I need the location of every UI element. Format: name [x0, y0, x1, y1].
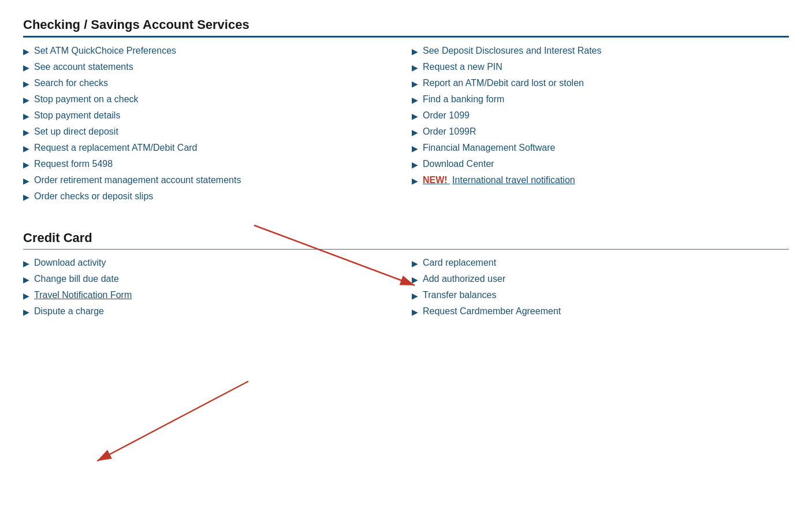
bullet-icon: ▶	[23, 160, 29, 169]
bullet-icon: ▶	[412, 79, 418, 88]
bullet-icon: ▶	[412, 176, 418, 185]
list-item[interactable]: ▶Set ATM QuickChoice Preferences	[23, 46, 400, 56]
list-item[interactable]: ▶Change bill due date	[23, 274, 400, 284]
bullet-icon: ▶	[23, 176, 29, 185]
credit-left-col: ▶Download activity▶Change bill due date▶…	[23, 258, 412, 322]
credit-columns: ▶Download activity▶Change bill due date▶…	[23, 258, 789, 322]
list-item[interactable]: ▶Request Cardmember Agreement	[412, 306, 789, 317]
credit-section: Credit Card ▶Download activity▶Change bi…	[23, 230, 789, 322]
bullet-icon: ▶	[23, 192, 29, 202]
link-text[interactable]: Change bill due date	[34, 274, 119, 284]
bullet-icon: ▶	[412, 291, 418, 300]
list-item[interactable]: ▶See Deposit Disclosures and Interest Ra…	[412, 46, 789, 56]
bullet-icon: ▶	[23, 111, 29, 121]
list-item[interactable]: ▶Transfer balances	[412, 290, 789, 300]
link-text[interactable]: Order 1099	[423, 110, 470, 121]
link-text[interactable]: See Deposit Disclosures and Interest Rat…	[423, 46, 601, 56]
link-text[interactable]: NEW! International travel notification	[423, 175, 575, 185]
link-text[interactable]: Travel Notification Form	[34, 290, 132, 300]
list-item[interactable]: ▶Search for checks	[23, 78, 400, 88]
list-item[interactable]: ▶Set up direct deposit	[23, 127, 400, 137]
bullet-icon: ▶	[23, 275, 29, 284]
list-item[interactable]: ▶Request form 5498	[23, 159, 400, 169]
list-item[interactable]: ▶Find a banking form	[412, 94, 789, 105]
bullet-icon: ▶	[412, 63, 418, 72]
list-item[interactable]: ▶Financial Management Software	[412, 143, 789, 153]
link-text[interactable]: Order 1099R	[423, 127, 476, 137]
link-text[interactable]: Download Center	[423, 159, 494, 169]
list-item[interactable]: ▶Order checks or deposit slips	[23, 191, 400, 202]
list-item[interactable]: ▶Dispute a charge	[23, 306, 400, 317]
bullet-icon: ▶	[23, 259, 29, 268]
bullet-icon: ▶	[412, 128, 418, 137]
checking-right-col: ▶See Deposit Disclosures and Interest Ra…	[412, 46, 789, 207]
list-item[interactable]: ▶Request a new PIN	[412, 62, 789, 72]
checking-section-title: Checking / Savings Account Services	[23, 17, 789, 38]
list-item[interactable]: ▶Stop payment on a check	[23, 94, 400, 105]
link-text[interactable]: See account statements	[34, 62, 133, 72]
new-badge: NEW!	[423, 175, 450, 185]
checking-columns: ▶Set ATM QuickChoice Preferences▶See acc…	[23, 46, 789, 207]
link-text[interactable]: Request a new PIN	[423, 62, 502, 72]
bullet-icon: ▶	[412, 95, 418, 105]
link-text[interactable]: Order retirement management account stat…	[34, 175, 241, 185]
bullet-icon: ▶	[412, 275, 418, 284]
bullet-icon: ▶	[23, 144, 29, 153]
list-item[interactable]: ▶Request a replacement ATM/Debit Card	[23, 143, 400, 153]
list-item[interactable]: ▶See account statements	[23, 62, 400, 72]
list-item[interactable]: ▶Card replacement	[412, 258, 789, 268]
bullet-icon: ▶	[412, 111, 418, 121]
credit-right-col: ▶Card replacement▶Add authorized user▶Tr…	[412, 258, 789, 322]
link-text[interactable]: Add authorized user	[423, 274, 505, 284]
link-text[interactable]: Stop payment details	[34, 110, 120, 121]
link-text[interactable]: Search for checks	[34, 78, 108, 88]
list-item[interactable]: ▶Report an ATM/Debit card lost or stolen	[412, 78, 789, 88]
link-text[interactable]: Set up direct deposit	[34, 127, 118, 137]
link-text[interactable]: Download activity	[34, 258, 106, 268]
bullet-icon: ▶	[23, 47, 29, 56]
link-text[interactable]: Set ATM QuickChoice Preferences	[34, 46, 176, 56]
link-text[interactable]: Report an ATM/Debit card lost or stolen	[423, 78, 584, 88]
bullet-icon: ▶	[23, 63, 29, 72]
bullet-icon: ▶	[412, 47, 418, 56]
list-item[interactable]: ▶Travel Notification Form	[23, 290, 400, 300]
bullet-icon: ▶	[23, 291, 29, 300]
link-text[interactable]: Dispute a charge	[34, 306, 104, 317]
credit-section-title: Credit Card	[23, 230, 789, 250]
checking-section: Checking / Savings Account Services ▶Set…	[23, 17, 789, 207]
link-text[interactable]: Order checks or deposit slips	[34, 191, 153, 202]
list-item[interactable]: ▶Add authorized user	[412, 274, 789, 284]
link-text[interactable]: Request form 5498	[34, 159, 113, 169]
bullet-icon: ▶	[412, 144, 418, 153]
bullet-icon: ▶	[23, 128, 29, 137]
list-item[interactable]: ▶Order 1099	[412, 110, 789, 121]
link-text[interactable]: Financial Management Software	[423, 143, 555, 153]
checking-left-col: ▶Set ATM QuickChoice Preferences▶See acc…	[23, 46, 412, 207]
link-text[interactable]: Request a replacement ATM/Debit Card	[34, 143, 198, 153]
list-item[interactable]: ▶Download activity	[23, 258, 400, 268]
list-item[interactable]: ▶NEW! International travel notification	[412, 175, 789, 185]
bullet-icon: ▶	[412, 307, 418, 317]
list-item[interactable]: ▶Order retirement management account sta…	[23, 175, 400, 185]
link-text[interactable]: Find a banking form	[423, 94, 504, 105]
list-item[interactable]: ▶Order 1099R	[412, 127, 789, 137]
link-text[interactable]: Request Cardmember Agreement	[423, 306, 561, 317]
bullet-icon: ▶	[412, 160, 418, 169]
bullet-icon: ▶	[23, 307, 29, 317]
list-item[interactable]: ▶Download Center	[412, 159, 789, 169]
bullet-icon: ▶	[412, 259, 418, 268]
bullet-icon: ▶	[23, 95, 29, 105]
list-item[interactable]: ▶Stop payment details	[23, 110, 400, 121]
link-text[interactable]: Card replacement	[423, 258, 496, 268]
bullet-icon: ▶	[23, 79, 29, 88]
link-text[interactable]: Transfer balances	[423, 290, 496, 300]
link-text[interactable]: Stop payment on a check	[34, 94, 139, 105]
